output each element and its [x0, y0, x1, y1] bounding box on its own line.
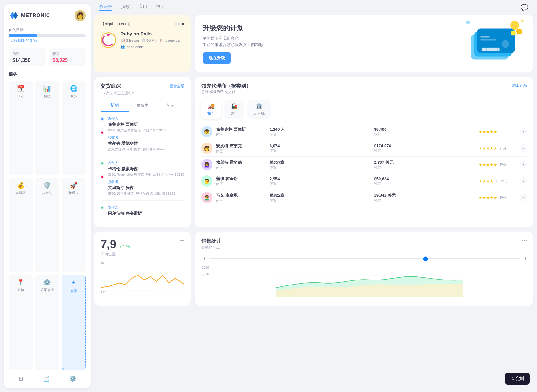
delivery-subtitle: 56 次交付正在进行中 — [101, 91, 184, 96]
bottom-row: 7,9 ↑ 2.2% 平均位置 ••• 10 — [94, 232, 533, 306]
sales-subtitle: 最畅销产品 — [201, 245, 221, 250]
agent-region-1: 南区 — [216, 132, 266, 137]
sender-address-2: 3891 Ranchview 理查森博士, 加利福尼亚州 62639 — [108, 172, 184, 177]
cat-tab-drone[interactable]: 🏛️ 无人机 — [247, 100, 271, 119]
message-icon[interactable]: 💬 — [521, 4, 528, 11]
truck-label: 货车 — [207, 111, 215, 116]
agent-orders-2: 6,074 — [270, 144, 371, 148]
agent-orders-label-2: 交货 — [270, 148, 371, 153]
agent-avatar-1: 👦 — [201, 126, 212, 137]
agent-arrow-3[interactable]: › — [520, 161, 527, 168]
agent-stat-4: 2,954 交货 — [270, 176, 371, 186]
add-product-button[interactable]: 添加产品 — [512, 83, 527, 88]
service-item-tech[interactable]: 🛡️ 技术的 — [35, 178, 59, 272]
service-item-utility[interactable]: ⚙️ 公用事业 — [35, 275, 59, 370]
goal-percent: 已达到目标的 37% — [9, 38, 86, 43]
view-all-button[interactable]: 查看全部 — [170, 84, 184, 89]
stats-chart-area: 10 7.75 — [101, 261, 184, 295]
tab-new[interactable]: 新的 — [101, 100, 129, 112]
agent-rating-1: ★★★★★ — [479, 130, 516, 134]
services-grid: 📅 活动 📊 保险 🌐 网络 💰 金融的 🛡️ 技术的 🚀 护理卡 📍 款待 — [9, 81, 86, 370]
agent-orders-label-4: 交货 — [270, 181, 371, 186]
customize-button[interactable]: ☺ 定制 — [505, 373, 530, 385]
hospitality-icon: 📍 — [17, 278, 25, 286]
agent-rev-val-4: $59,634 — [374, 176, 475, 181]
agent-arrow-1[interactable]: › — [520, 128, 527, 135]
tab-preparing[interactable]: 准备中 — [129, 100, 157, 112]
service-item-network[interactable]: 🌐 网络 — [62, 81, 86, 175]
cat-tab-truck[interactable]: 🚚 货车 — [201, 100, 221, 119]
nav-help[interactable]: 帮助 — [156, 4, 165, 11]
sender-label-3: 发件人 — [108, 205, 184, 210]
slider-end-icon: ⏸ — [522, 256, 527, 262]
sales-more-dots[interactable]: ••• — [522, 238, 527, 244]
utility-icon: ⚙️ — [43, 278, 51, 286]
agent-stat-2: 6,074 交货 — [270, 144, 371, 153]
service-item-hospitality[interactable]: 📍 款待 — [9, 275, 33, 370]
file-icon[interactable]: 📄 — [43, 375, 50, 382]
category-tabs: 🚚 货车 🚂 火车 🏛️ 无人机 — [201, 100, 527, 119]
receiver-dot-2 — [101, 175, 104, 179]
avatar[interactable]: 👩 — [75, 10, 86, 21]
service-item-care[interactable]: 🚀 护理卡 — [62, 178, 86, 272]
meta-agenda: 📋 1 agenda — [160, 38, 180, 42]
network-icon: 🌐 — [70, 85, 78, 92]
agent-revenue-5: 19,842 美元 收益 — [374, 193, 475, 203]
slider-row: ⏸ ⏸ — [201, 256, 527, 262]
agent-row-2: 👩 安妮特·布莱克 南区 6,074 交货 $174,074 收益 ★★★★ — [201, 140, 527, 157]
agent-avatar-3: 👩‍🦱 — [201, 159, 212, 170]
insurance-icon: 📊 — [43, 85, 51, 92]
y-label-2500: 2,500 — [201, 272, 209, 276]
svg-point-8 — [466, 20, 470, 24]
agent-row-4: 👨 盖伊·霍金斯 南区 2,954 交货 $59,634 收益 ★★★★★ — [201, 173, 527, 189]
delivery-item-3: 发件人 阿尔伯特·弗洛雷斯 — [101, 205, 184, 221]
sidebar-footer: ⊞ 📄 ⚙️ — [9, 370, 86, 382]
service-item-activity[interactable]: 📅 活动 — [9, 81, 33, 175]
stars-5: ★★★★★ — [479, 195, 497, 200]
expense-card: 花费 $8,029 — [49, 48, 86, 66]
upgrade-button[interactable]: 现在升级 — [203, 52, 231, 64]
tech-icon: 🛡️ — [43, 181, 51, 189]
budget-row: 预算 $14,350 花费 $8,029 — [9, 48, 86, 66]
agent-row-5: 👨‍🦱 马文·麦金尼 南区 第822章 交货 19,842 美元 收益 ★ — [201, 189, 527, 206]
service-item-add[interactable]: + 添新 — [62, 275, 86, 370]
stats-growth: ↑ 2.2% — [119, 245, 131, 249]
service-item-insurance[interactable]: 📊 保险 — [35, 81, 59, 175]
range-slider[interactable] — [209, 258, 520, 259]
rating-label-2: 评分 — [500, 146, 507, 151]
agent-rev-label-1: 收益 — [374, 132, 475, 136]
nav-dashboard[interactable]: 仪表板 — [99, 4, 112, 11]
agent-arrow-4[interactable]: › — [520, 177, 527, 185]
sender-label-2: 发件人 — [108, 161, 184, 165]
nav-pages[interactable]: 页数 — [121, 4, 130, 11]
agent-rating-3: ★★★★★ 评分 — [479, 162, 516, 167]
agent-avatar-4: 👨 — [201, 175, 212, 187]
settings-icon[interactable]: ⚙️ — [69, 375, 76, 382]
stats-more-dots[interactable]: ••• — [179, 238, 184, 244]
delivery-tabs: 新的 准备中 船运 — [101, 100, 184, 112]
course-logo — [101, 32, 116, 48]
agent-arrow-2[interactable]: › — [520, 144, 527, 152]
layers-icon[interactable]: ⊞ — [19, 375, 23, 382]
meta-students: 👥 72 students — [121, 45, 144, 49]
receiver-label-1: 接收者 — [108, 135, 184, 140]
agent-stat-1: 1,240 人 交货 — [270, 127, 371, 137]
svg-text:7.75: 7.75 — [101, 291, 106, 294]
agent-orders-3: 第357章 — [270, 160, 371, 165]
course-url: 【biqubiqu.com】 — [101, 21, 133, 27]
cat-tab-train[interactable]: 🚂 火车 — [224, 100, 244, 119]
nav-apps[interactable]: 应用 — [139, 4, 147, 11]
logo: METRONIC — [9, 11, 50, 21]
expense-label: 花费 — [52, 52, 82, 56]
middle-row: 交货追踪 查看全部 56 次交付正在进行中 新的 准备中 船运 — [94, 77, 533, 227]
meta-duration: ⏱️ 50 Min — [141, 38, 157, 42]
dot-1 — [175, 23, 177, 25]
agent-arrow-5[interactable]: › — [520, 194, 527, 201]
tab-shipping[interactable]: 船运 — [157, 100, 184, 112]
agents-title-group: 领先代理商（按类别） 总计 424,567 次交付 — [201, 83, 251, 99]
agents-card: 领先代理商（按类别） 总计 424,567 次交付 添加产品 🚚 货车 🚂 火车 — [195, 77, 533, 227]
delivery-item-1: 发件人 布鲁克林·西蒙斯 6391 埃尔克拿塞斯地, 特拉华州 10299 接收… — [101, 116, 184, 156]
service-item-finance[interactable]: 💰 金融的 — [9, 178, 33, 272]
sender-name-2: 卡梅伦·威廉姆森 — [108, 166, 184, 172]
course-header: 【biqubiqu.com】 — [101, 21, 184, 27]
